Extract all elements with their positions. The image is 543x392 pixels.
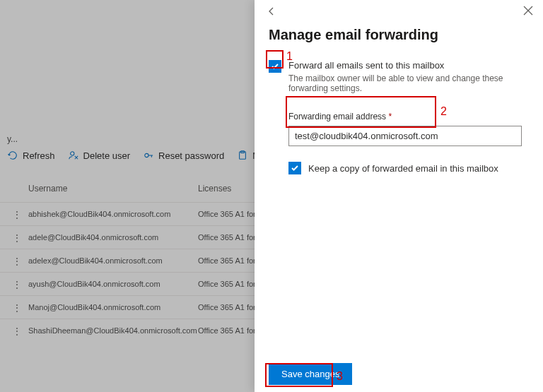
manage-forwarding-panel: Manage email forwarding Forward all emai… <box>255 0 543 392</box>
address-field-label: Forwarding email address * <box>288 112 532 121</box>
panel-title: Manage email forwarding <box>269 27 532 43</box>
forwarding-address-input[interactable] <box>288 126 522 146</box>
save-button[interactable]: Save changes <box>269 363 352 385</box>
keep-copy-checkbox[interactable] <box>288 162 301 174</box>
back-icon[interactable] <box>266 6 277 20</box>
keep-copy-label: Keep a copy of forwarded email in this m… <box>308 163 498 174</box>
forward-checkbox[interactable] <box>269 60 281 73</box>
close-icon[interactable] <box>523 6 533 18</box>
forward-subtext: The mailbox owner will be able to view a… <box>288 73 532 93</box>
forward-label: Forward all emails sent to this mailbox <box>288 60 532 71</box>
